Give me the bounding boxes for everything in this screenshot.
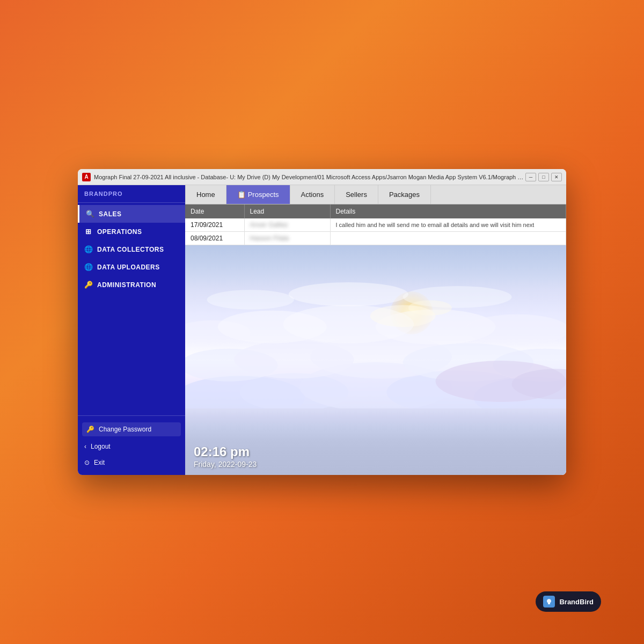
globe-icon-1: 🌐 xyxy=(84,245,93,253)
logout-icon: ‹ xyxy=(84,443,86,450)
app-icon: A xyxy=(82,173,91,181)
menu-item-actions[interactable]: Actions xyxy=(290,185,335,204)
brandbird-badge: BrandBird xyxy=(536,591,601,612)
app-window: A Mograph Final 27-09-2021 All inclusive… xyxy=(78,169,566,475)
brandbird-icon xyxy=(543,596,555,608)
packages-label: Packages xyxy=(389,191,420,199)
sky-background xyxy=(185,245,566,475)
lead-name-2: Hasson Filala xyxy=(250,235,289,242)
cell-details-1: I called him and he will send me to emai… xyxy=(330,218,566,232)
svg-point-14 xyxy=(465,314,566,345)
maximize-button[interactable]: □ xyxy=(538,173,549,181)
col-details: Details xyxy=(330,204,566,218)
time-display: 02:16 pm Friday, 2022-09-23 xyxy=(194,444,257,469)
cell-date-2: 08/09/2021 xyxy=(185,232,244,245)
sidebar-bottom: 🔑 Change Password ‹ Logout ⊙ Exit xyxy=(78,415,185,475)
menu-item-sellers[interactable]: Sellers xyxy=(335,185,378,204)
change-password-label: Change Password xyxy=(99,426,151,433)
key-icon: 🔑 xyxy=(84,281,93,289)
sidebar-label-data-uploaders: DATA UPLOADERS xyxy=(97,264,160,271)
globe-icon-2: 🌐 xyxy=(84,263,93,271)
sidebar-item-administration[interactable]: 🔑 ADMINISTRATION xyxy=(78,276,185,294)
sellers-label: Sellers xyxy=(346,191,367,199)
app-content: BRANDPRO 🔍 SALES ⊞ OPERATIONS 🌐 DATA COL… xyxy=(78,185,566,475)
menu-bar: Home 📋 Prospects Actions Sellers Package… xyxy=(185,185,566,204)
menu-item-packages[interactable]: Packages xyxy=(378,185,431,204)
clouds-svg xyxy=(185,245,566,408)
cell-lead-2: Hasson Filala xyxy=(244,232,330,245)
sidebar-nav: 🔍 SALES ⊞ OPERATIONS 🌐 DATA COLLECTORS 🌐… xyxy=(78,203,185,415)
cell-date-1: 17/09/2021 xyxy=(185,218,244,232)
exit-button[interactable]: ⊙ Exit xyxy=(78,455,185,471)
exit-icon: ⊙ xyxy=(84,459,90,466)
cell-details-2 xyxy=(330,232,566,245)
exit-label: Exit xyxy=(94,459,105,466)
sidebar-item-sales[interactable]: 🔍 SALES xyxy=(78,205,185,223)
minimize-button[interactable]: ─ xyxy=(525,173,536,181)
table-row[interactable]: 17/09/2021 Anver Galliez I called him an… xyxy=(185,218,566,232)
home-label: Home xyxy=(196,191,215,199)
grid-icon: ⊞ xyxy=(84,228,93,236)
background-area: 02:16 pm Friday, 2022-09-23 xyxy=(185,245,566,475)
svg-point-21 xyxy=(408,300,452,315)
sidebar-item-data-uploaders[interactable]: 🌐 DATA UPLOADERS xyxy=(78,258,185,276)
sidebar-label-data-collectors: DATA COLLECTORS xyxy=(97,246,164,253)
menu-item-home[interactable]: Home xyxy=(185,185,226,204)
title-bar-controls: ─ □ ✕ xyxy=(525,173,562,181)
search-icon: 🔍 xyxy=(86,210,94,218)
data-table: Date Lead Details 17/09/2021 Anver Galli… xyxy=(185,204,566,245)
logout-button[interactable]: ‹ Logout xyxy=(78,438,185,455)
sidebar-item-data-collectors[interactable]: 🌐 DATA COLLECTORS xyxy=(78,240,185,258)
svg-point-15 xyxy=(207,290,294,310)
title-bar: A Mograph Final 27-09-2021 All inclusive… xyxy=(78,169,566,185)
svg-point-16 xyxy=(289,282,408,306)
cell-lead-1: Anver Galliez xyxy=(244,218,330,232)
prospects-icon: 📋 xyxy=(237,191,246,199)
clock-time: 02:16 pm xyxy=(194,444,257,460)
sidebar-user: BRANDPRO xyxy=(78,185,185,203)
main-panel: Home 📋 Prospects Actions Sellers Package… xyxy=(185,185,566,475)
clock-date: Friday, 2022-09-23 xyxy=(194,460,257,469)
prospects-label: Prospects xyxy=(248,191,279,199)
logout-label: Logout xyxy=(91,443,111,450)
menu-item-prospects[interactable]: 📋 Prospects xyxy=(226,185,290,204)
sidebar-item-operations[interactable]: ⊞ OPERATIONS xyxy=(78,223,185,240)
sidebar: BRANDPRO 🔍 SALES ⊞ OPERATIONS 🌐 DATA COL… xyxy=(78,185,185,475)
close-button[interactable]: ✕ xyxy=(551,173,562,181)
sidebar-label-administration: ADMINISTRATION xyxy=(97,281,156,289)
col-date: Date xyxy=(185,204,244,218)
lead-name-1: Anver Galliez xyxy=(250,221,288,229)
actions-label: Actions xyxy=(301,191,324,199)
brandbird-label: BrandBird xyxy=(559,598,594,606)
col-lead: Lead xyxy=(244,204,330,218)
table-row[interactable]: 08/09/2021 Hasson Filala xyxy=(185,232,566,245)
table-area: Date Lead Details 17/09/2021 Anver Galli… xyxy=(185,204,566,245)
title-bar-text: Mograph Final 27-09-2021 All inclusive -… xyxy=(94,174,525,180)
table-header-row: Date Lead Details xyxy=(185,204,566,218)
key-icon-2: 🔑 xyxy=(86,426,94,433)
change-password-button[interactable]: 🔑 Change Password xyxy=(82,422,181,436)
sidebar-label-operations: OPERATIONS xyxy=(97,228,142,236)
sidebar-label-sales: SALES xyxy=(99,210,122,218)
